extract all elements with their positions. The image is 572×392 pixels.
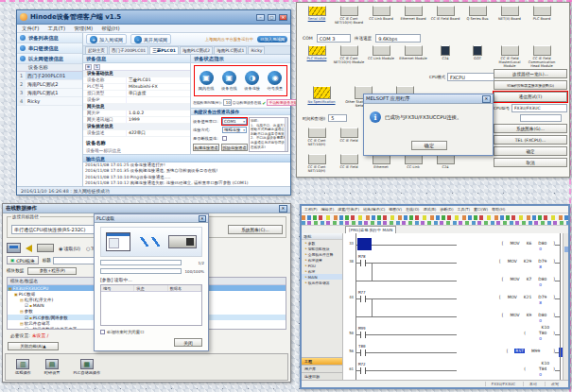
- network-icon-cell[interactable]: CC IE Field: [333, 154, 365, 173]
- network-icon-cell[interactable]: CC-Link: [397, 154, 429, 173]
- menu-item[interactable]: 帮助(H): [101, 26, 119, 32]
- interval-input[interactable]: 10: [223, 99, 232, 106]
- contact-symbol[interactable]: [360, 296, 366, 302]
- close-icon[interactable]: ✕: [199, 215, 206, 222]
- ladder-rung[interactable]: MOV K7 D80 0: [343, 269, 563, 287]
- device-tab[interactable]: 海南PLC测试2: [180, 46, 213, 54]
- close-icon[interactable]: ✕: [279, 205, 287, 213]
- station-icon-cell[interactable]: No Specification: [301, 86, 342, 108]
- instruction[interactable]: MOV K9 D80 0: [457, 313, 555, 317]
- instruction[interactable]: MOV K7 D80 0: [457, 277, 555, 281]
- menu-item[interactable]: 编辑(E): [321, 207, 335, 212]
- module-icon-cell[interactable]: Q Series Bus: [461, 6, 494, 25]
- contact-symbol[interactable]: [360, 332, 366, 338]
- menu-item[interactable]: 文件(F): [22, 26, 39, 32]
- menu-item[interactable]: 管理(M): [74, 26, 93, 32]
- module-icon-cell[interactable]: Ethernet Module: [397, 45, 429, 69]
- remove-channel-button[interactable]: 拆除连接通道: [221, 144, 248, 151]
- manual-check-button[interactable]: 手动检测设备在线: [267, 99, 299, 106]
- ladder-rung[interactable]: 44 M77 MOV K21 D79 8: [343, 287, 563, 305]
- menu-item[interactable]: 工具(T): [47, 26, 65, 32]
- plc-read-titlebar[interactable]: PLC读取 ✕: [95, 214, 208, 223]
- nav-view-button[interactable]: 用户库: [302, 365, 342, 372]
- online-data-titlebar[interactable]: 在线数据操作 ✕: [3, 204, 290, 213]
- join-lan-button[interactable]: + 加入局域网: [86, 34, 127, 44]
- module-icon-cell[interactable]: PLC Module: [301, 45, 333, 69]
- network-icon-cell[interactable]: CC IE Field: [333, 128, 365, 146]
- sidebar-section[interactable]: 串口链接信息: [17, 43, 82, 54]
- property-row[interactable]: 网关信息: [83, 104, 190, 111]
- device-tab[interactable]: Ricky: [248, 46, 265, 54]
- instruction[interactable]: RST M99: [457, 349, 555, 353]
- device-list-row[interactable]: 2 海南PLC测试2: [17, 80, 82, 89]
- property-row[interactable]: 设备IP: [83, 97, 190, 104]
- menu-item[interactable]: 诊断(D): [440, 207, 453, 212]
- auto-check-checkbox[interactable]: ✔: [262, 100, 266, 106]
- document-tab[interactable]: [PRG]监视 执行中 MAIN: [345, 226, 396, 233]
- ladder-rung[interactable]: MOV K9 D80 0: [343, 305, 563, 323]
- device-list-row[interactable]: 4 Ricky: [17, 97, 82, 106]
- device-tab[interactable]: 起始主页: [85, 46, 108, 54]
- property-row[interactable]: 设备名称 三菱PLC01: [83, 77, 190, 84]
- network-icon-cell[interactable]: CC IE Cont NET/10(H): [301, 128, 333, 146]
- tel-button[interactable]: TEL (FXCPU)...: [494, 135, 567, 145]
- module-icon-cell[interactable]: Serial USB: [301, 6, 333, 25]
- communication-test-button[interactable]: 通信测试(T): [494, 92, 567, 102]
- param-program-button[interactable]: 参数+程序(P): [27, 267, 77, 275]
- device-tab[interactable]: 海南PLC测试1: [214, 46, 247, 54]
- menu-item[interactable]: 搜索/替换(F): [338, 207, 359, 212]
- close-icon[interactable]: ✕: [482, 95, 491, 103]
- module-icon-cell[interactable]: PLC Board: [526, 6, 558, 25]
- ladder-rung[interactable]: 38 M78 MOV K29 D79 8: [343, 251, 563, 269]
- device-tab[interactable]: 三菱PLC01: [149, 46, 179, 54]
- menu-item[interactable]: 视图(V): [389, 207, 402, 212]
- ladder-rung[interactable]: 56 T80 RST M99: [343, 341, 563, 359]
- module-icon-cell[interactable]: NET(II) Board: [494, 6, 526, 25]
- contact-symbol[interactable]: [360, 367, 366, 374]
- module-icon-cell[interactable]: CC-Link Board: [365, 6, 397, 25]
- melsoft-ok-button[interactable]: 确定: [411, 141, 447, 150]
- ladder-rung[interactable]: 61 M72 K10 T84 0: [343, 359, 563, 377]
- menu-item[interactable]: 在线(O): [406, 207, 419, 212]
- sidebar-section[interactable]: 设备列表信息: [17, 33, 82, 43]
- maximize-button[interactable]: ▢: [268, 14, 276, 21]
- tree-checkbox[interactable]: ☑: [25, 303, 28, 308]
- leave-lan-button[interactable]: - 离开局域网: [130, 34, 171, 44]
- quick-function-item[interactable]: ▥ 远程操作: [15, 359, 31, 375]
- network-icon-cell[interactable]: Ethernet: [365, 154, 397, 173]
- network-icon-cell[interactable]: C24: [429, 154, 461, 173]
- time-check-input[interactable]: 5: [328, 114, 347, 122]
- minimize-button[interactable]: –: [256, 14, 265, 21]
- device-list-row[interactable]: 1 西门子200PLC01: [17, 72, 82, 80]
- module-icon-cell[interactable]: CC IE Cont NET/10(H) Board: [333, 6, 365, 25]
- instruction[interactable]: MOV K21 D79 8: [457, 295, 555, 299]
- module-icon-cell[interactable]: CC-Link Module: [365, 45, 397, 69]
- system-image-button[interactable]: 系统图像(C)...: [228, 225, 283, 234]
- device-list-row[interactable]: 3 海南PLC测试1: [17, 89, 82, 97]
- ok-button[interactable]: 确定: [494, 146, 567, 156]
- property-row[interactable]: 设备基础信息: [83, 71, 190, 77]
- direct-connection-button[interactable]: 可编程控制器直接连接设置(D): [494, 80, 567, 90]
- module-icon-cell[interactable]: CC IE Field Master/Local Module: [494, 45, 526, 69]
- tree-checkbox[interactable]: ☐: [25, 327, 28, 330]
- speed-select[interactable]: 9.6Kbps: [375, 34, 421, 43]
- sort-az-icon[interactable]: ⇅: [94, 64, 100, 70]
- property-row[interactable]: 网关IP 1.0.0.2: [83, 111, 190, 117]
- operation-radio[interactable]: ◉ 读取(U): [59, 246, 80, 251]
- categorize-icon[interactable]: ≡: [85, 64, 92, 70]
- plc-read-close-button[interactable]: 关闭: [174, 338, 202, 347]
- quick-function-item[interactable]: ▦ PLC存储器操作: [74, 359, 101, 375]
- menu-item[interactable]: 帮助(H): [492, 207, 505, 212]
- ladder-rung[interactable]: 33 MOV K6 D80 0: [343, 233, 563, 251]
- contact-symbol[interactable]: [360, 260, 366, 266]
- menu-item[interactable]: 工具(T): [457, 207, 470, 212]
- module-icon-cell[interactable]: C24: [429, 45, 461, 69]
- vertical-scrollbar[interactable]: [563, 233, 568, 380]
- com-port-select[interactable]: COM1 ▾: [222, 118, 247, 125]
- module-icon-cell[interactable]: CC IE Field Communication Head Module: [526, 45, 558, 69]
- module-icon-cell[interactable]: CC IE Cont NET/10(H) Module: [333, 45, 365, 69]
- module-icon-cell[interactable]: GOT: [461, 45, 494, 69]
- build-channel-button[interactable]: 构建连接通道: [193, 144, 219, 151]
- property-row[interactable]: 接口类型 串口连接: [83, 91, 190, 97]
- tree-checkbox[interactable]: ☑: [25, 315, 28, 320]
